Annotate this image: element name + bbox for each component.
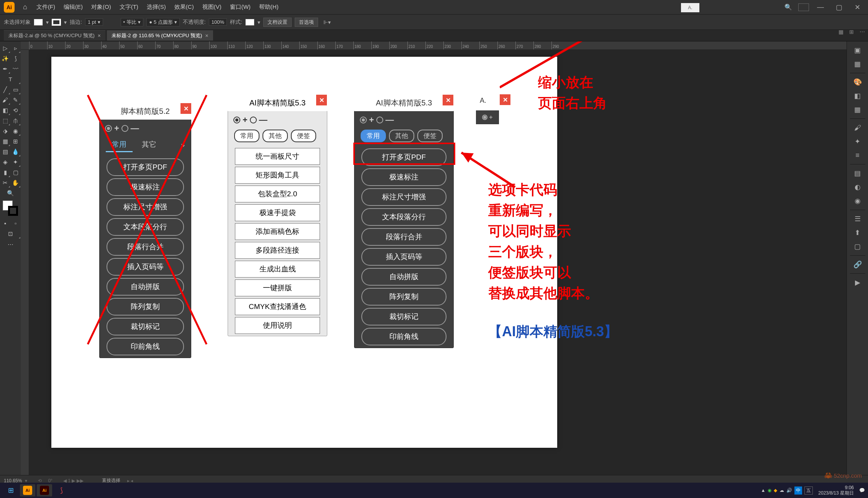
- style-swatch[interactable]: [245, 19, 254, 26]
- ruler-vertical[interactable]: [21, 50, 29, 475]
- close-icon[interactable]: ✕: [180, 103, 191, 114]
- brush-preset[interactable]: ● 5 点圆形 ▾: [146, 18, 180, 26]
- search-icon[interactable]: 🔍: [783, 2, 794, 13]
- script-button[interactable]: 一键拼版: [235, 279, 320, 296]
- home-icon[interactable]: ⌂: [23, 3, 27, 11]
- script-button[interactable]: 自动拼版: [107, 278, 184, 296]
- notifications-icon[interactable]: 💬: [859, 488, 865, 493]
- symbols-icon[interactable]: ✦: [850, 135, 865, 148]
- eyedropper-tool[interactable]: 💧: [10, 146, 21, 157]
- tray-ime2-icon[interactable]: 五: [804, 486, 813, 495]
- tab-notes[interactable]: 便签: [417, 130, 443, 142]
- chevron-right-icon[interactable]: »: [181, 141, 185, 149]
- taskbar-app[interactable]: ⟆: [54, 484, 69, 496]
- screen-mode[interactable]: ⊡: [0, 228, 21, 239]
- magic-wand-tool[interactable]: ✨: [0, 53, 10, 64]
- symbol-sprayer-tool[interactable]: ✦: [10, 157, 21, 167]
- transparency-icon[interactable]: ◐: [850, 181, 865, 194]
- script-button[interactable]: 标注尺寸增强: [107, 198, 184, 216]
- menu-view[interactable]: 视图(V): [199, 2, 225, 12]
- hand-tool[interactable]: ✋: [10, 178, 21, 188]
- grid-icon[interactable]: ▦: [837, 28, 845, 36]
- menu-file[interactable]: 文件(F): [33, 2, 59, 12]
- links-icon[interactable]: 🔗: [850, 258, 865, 271]
- artboard-tool[interactable]: ▢: [10, 167, 21, 178]
- paintbrush-tool[interactable]: 🖌: [0, 95, 10, 105]
- script-button[interactable]: 使用说明: [235, 317, 320, 334]
- script-button[interactable]: 印前角线: [361, 328, 446, 345]
- slice-tool[interactable]: ✂: [0, 178, 10, 188]
- plus-icon[interactable]: +: [114, 123, 119, 133]
- libraries-icon[interactable]: ▦: [850, 58, 865, 71]
- minimize-button[interactable]: —: [814, 2, 827, 13]
- script-button[interactable]: 自动拼版: [361, 268, 446, 286]
- rectangle-tool[interactable]: ▭: [10, 84, 21, 95]
- close-icon[interactable]: ×: [98, 33, 101, 39]
- script-button[interactable]: 插入页码等: [107, 258, 184, 276]
- mesh-tool[interactable]: ⊞: [10, 136, 21, 146]
- tab-common[interactable]: 常用: [106, 138, 133, 152]
- blend-tool[interactable]: ◈: [0, 157, 10, 167]
- rotate-tool[interactable]: ⟲: [10, 105, 21, 115]
- script-button[interactable]: 段落行合并: [361, 228, 446, 246]
- minus-icon[interactable]: —: [386, 115, 394, 125]
- radio-on[interactable]: [105, 125, 112, 132]
- scale-tool[interactable]: ⬚: [0, 115, 10, 126]
- taskbar-clock[interactable]: 9:06 2023/8/13 星期日: [815, 485, 857, 496]
- stroke-icon[interactable]: ≡: [850, 149, 865, 162]
- tab-other[interactable]: 其它: [136, 138, 162, 152]
- radio-off[interactable]: [376, 117, 383, 123]
- tray-ime-icon[interactable]: 中: [794, 486, 802, 495]
- swatches-icon[interactable]: ▦: [850, 103, 865, 116]
- maximize-button[interactable]: ▢: [832, 2, 846, 13]
- script-button[interactable]: 阵列复制: [361, 288, 446, 306]
- menu-select[interactable]: 选择(S): [143, 2, 170, 12]
- script-button[interactable]: 添加画稿色标: [235, 223, 320, 240]
- script-button[interactable]: 裁切标记: [361, 308, 446, 325]
- gradient-mode[interactable]: ▫: [10, 218, 21, 228]
- script-button[interactable]: 文本段落分行: [361, 208, 446, 226]
- minus-icon[interactable]: —: [259, 115, 267, 125]
- line-tool[interactable]: ╱: [0, 84, 10, 95]
- document-setup-button[interactable]: 文档设置: [263, 18, 292, 27]
- color-mode[interactable]: ▪: [0, 218, 10, 228]
- type-tool[interactable]: T: [0, 74, 21, 84]
- radio-on[interactable]: [360, 117, 367, 123]
- perspective-tool[interactable]: ▦: [0, 136, 10, 146]
- script-button[interactable]: 文本段落分行: [107, 218, 184, 236]
- properties-icon[interactable]: ▣: [850, 44, 865, 57]
- tab-other[interactable]: 其他: [389, 130, 414, 142]
- preferences-button[interactable]: 首选项: [295, 18, 318, 27]
- workspace-switcher[interactable]: [798, 3, 809, 11]
- menu-object[interactable]: 对象(O): [87, 2, 115, 12]
- tray-icon[interactable]: ◆: [774, 488, 777, 493]
- color-guide-icon[interactable]: ◧: [850, 89, 865, 102]
- radio-off[interactable]: [250, 117, 257, 123]
- taskbar-ai-1[interactable]: Ai: [20, 484, 35, 496]
- tab-common[interactable]: 常用: [234, 130, 259, 142]
- brushes-icon[interactable]: 🖌: [850, 121, 865, 134]
- tab-common[interactable]: 常用: [361, 130, 386, 142]
- radio-off[interactable]: [121, 125, 128, 132]
- script-button[interactable]: CMYK查找潘通色: [235, 298, 320, 315]
- zoom-tool[interactable]: 🔍: [0, 188, 21, 198]
- script-button[interactable]: 印前角线: [107, 338, 184, 355]
- script-button[interactable]: 阵列复制: [107, 298, 184, 316]
- script-button[interactable]: 极速标注: [361, 168, 446, 186]
- stroke-weight[interactable]: 1 pt ▾: [85, 18, 103, 26]
- script-button[interactable]: 生成出血线: [235, 261, 320, 278]
- script-button[interactable]: 裁切标记: [107, 318, 184, 335]
- close-icon[interactable]: ×: [205, 33, 208, 39]
- doc-tab-2[interactable]: 未标题-2 @ 110.65 % (CMYK/CPU 预览)×: [107, 30, 213, 41]
- menu-effect[interactable]: 效果(C): [171, 2, 198, 12]
- close-icon[interactable]: ✕: [500, 94, 510, 105]
- close-button[interactable]: ✕: [850, 2, 864, 13]
- menu-help[interactable]: 帮助(H): [255, 2, 282, 12]
- layers-icon[interactable]: ☰: [850, 212, 865, 225]
- more-icon[interactable]: ⋯: [858, 28, 866, 36]
- tray-volume-icon[interactable]: 🔊: [786, 488, 792, 493]
- selection-tool[interactable]: ▷: [0, 43, 10, 53]
- radio-on[interactable]: [233, 117, 240, 123]
- script-button[interactable]: 插入页码等: [361, 248, 446, 266]
- close-icon[interactable]: ✕: [443, 95, 453, 105]
